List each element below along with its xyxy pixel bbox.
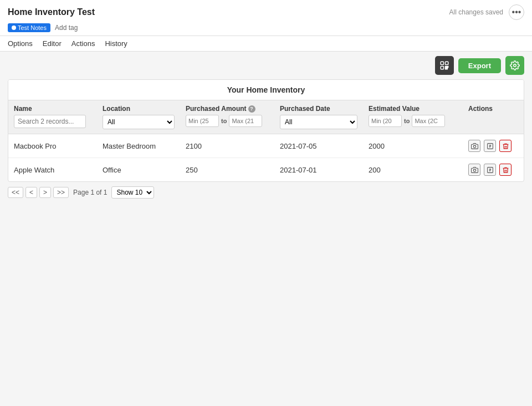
name-search-input[interactable] [14, 115, 86, 128]
cell-estimated-value-1: 200 [363, 158, 463, 182]
cell-purchased-date-0: 2021-07-05 [274, 134, 363, 158]
pagination-bar: << < > >> Page 1 of 1 Show 10 Show 25 Sh… [0, 182, 532, 203]
toolbar: Export [0, 52, 532, 79]
cell-location-0: Master Bedroom [97, 134, 180, 158]
page-info: Page 1 of 1 [73, 189, 107, 196]
col-header-actions: Actions [463, 100, 524, 134]
purchased-amount-max-input[interactable] [229, 115, 262, 127]
cell-actions-0 [463, 134, 524, 158]
qr-scan-button[interactable] [435, 56, 454, 75]
menu-options[interactable]: Options [8, 38, 33, 49]
col-header-location: Location All Master Bedroom Office [97, 100, 180, 134]
svg-rect-1 [445, 62, 448, 64]
col-header-purchased-amount: Purchased Amount ? to [180, 100, 274, 134]
cell-name-1: Apple Watch [8, 158, 97, 182]
table-row: Macbook Pro Master Bedroom 2100 2021-07-… [8, 134, 524, 158]
export-button[interactable]: Export [458, 58, 501, 73]
col-header-name: Name [8, 100, 97, 134]
cell-purchased-amount-0: 2100 [180, 134, 274, 158]
cell-name-0: Macbook Pro [8, 134, 97, 158]
first-page-button[interactable]: << [8, 187, 23, 198]
cell-estimated-value-0: 2000 [363, 134, 463, 158]
purchased-amount-min-input[interactable] [186, 115, 219, 127]
delete-button-1[interactable] [499, 164, 511, 176]
cell-location-1: Office [97, 158, 180, 182]
estimated-value-to-label: to [404, 118, 410, 124]
show-per-page-select[interactable]: Show 10 Show 25 Show 50 [111, 186, 154, 199]
svg-rect-0 [441, 62, 443, 64]
title-row: Home Inventory Test All changes saved ••… [8, 4, 524, 23]
tag-badge[interactable]: Test Notes [8, 23, 50, 32]
table-body: Macbook Pro Master Bedroom 2100 2021-07-… [8, 134, 524, 182]
location-filter-select[interactable]: All Master Bedroom Office [103, 115, 175, 129]
inventory-table: Name Location All Master Bedroom Office … [8, 100, 524, 181]
purchased-amount-info-icon: ? [248, 105, 255, 113]
estimated-value-max-input[interactable] [412, 115, 445, 127]
menu-actions[interactable]: Actions [71, 38, 95, 49]
settings-button[interactable] [505, 56, 524, 75]
edit-button-0[interactable] [484, 140, 496, 152]
page-title: Home Inventory Test [8, 7, 95, 17]
svg-point-3 [514, 64, 516, 67]
next-page-button[interactable]: > [39, 187, 51, 198]
purchased-date-filter-select[interactable]: All 2021-07-01 2021-07-05 [280, 115, 357, 129]
last-page-button[interactable]: >> [53, 187, 69, 198]
col-header-estimated-value: Estimated Value to [363, 100, 463, 134]
top-right-controls: All changes saved ••• [449, 4, 524, 20]
cell-purchased-date-1: 2021-07-01 [274, 158, 363, 182]
purchased-amount-to-label: to [221, 118, 227, 124]
delete-button-0[interactable] [499, 140, 511, 152]
table-row: Apple Watch Office 250 2021-07-01 200 [8, 158, 524, 182]
svg-rect-2 [441, 67, 443, 69]
tag-label: Test Notes [18, 24, 47, 31]
svg-point-4 [473, 145, 475, 147]
menu-editor[interactable]: Editor [43, 38, 62, 49]
more-options-button[interactable]: ••• [509, 4, 524, 20]
svg-point-6 [473, 169, 475, 171]
add-tag-link[interactable]: Add tag [55, 24, 78, 32]
save-status: All changes saved [449, 8, 503, 16]
prev-page-button[interactable]: < [25, 187, 37, 198]
inventory-table-container: Your Home Inventory Name Location All Ma… [8, 79, 524, 182]
tag-row: Test Notes Add tag [8, 23, 524, 35]
tag-dot-icon [12, 26, 16, 30]
cell-actions-1 [463, 158, 524, 182]
edit-button-1[interactable] [484, 164, 496, 176]
col-header-purchased-date: Purchased Date All 2021-07-01 2021-07-05 [274, 100, 363, 134]
menu-history[interactable]: History [105, 38, 127, 49]
cell-purchased-amount-1: 250 [180, 158, 274, 182]
photo-button-0[interactable] [468, 140, 480, 152]
table-header-row: Name Location All Master Bedroom Office … [8, 100, 524, 134]
top-bar: Home Inventory Test All changes saved ••… [0, 0, 532, 36]
photo-button-1[interactable] [468, 164, 480, 176]
table-title: Your Home Inventory [8, 80, 524, 100]
estimated-value-min-input[interactable] [369, 115, 402, 127]
menu-bar: Options Editor Actions History [0, 36, 532, 52]
